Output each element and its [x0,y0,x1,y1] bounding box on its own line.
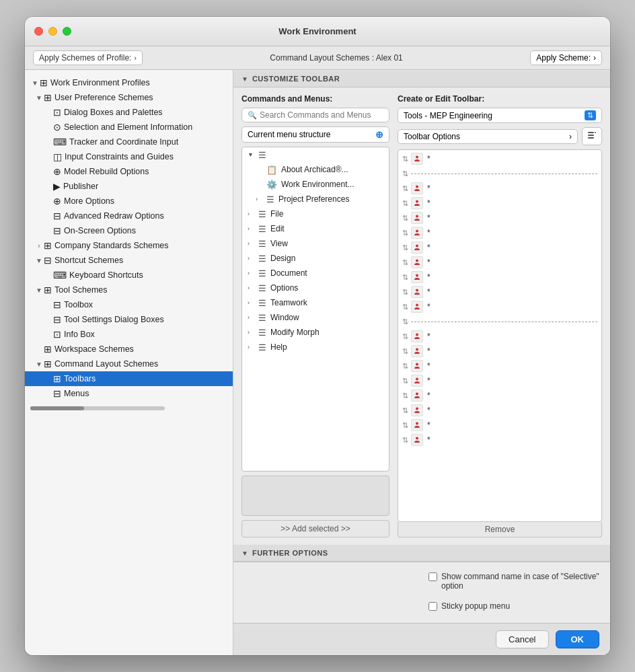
toolbar-item-15[interactable]: ⇅ * [398,373,601,388]
cmd-document[interactable]: › ☰ Document [242,266,389,281]
toolbar-name-dropdown[interactable]: Tools - MEP Engineering ⇅ [398,108,602,123]
drag-handle-icon[interactable]: ⇅ [402,288,408,297]
toolbar-item-13[interactable]: ⇅ * [398,344,601,359]
cmd-options[interactable]: › ☰ Options [242,281,389,295]
drag-handle-icon[interactable]: ⇅ [402,184,408,193]
sidebar-item-publisher[interactable]: ▶Publisher [25,179,233,194]
sidebar-item-icon: ⊟ [53,299,61,310]
sidebar-item-tool-schemes[interactable]: ▼⊞Tool Schemes [25,283,233,297]
cancel-button[interactable]: Cancel [496,630,548,648]
cmd-about[interactable]: 📋 About Archicad®... [242,162,389,177]
cmd-root[interactable]: ▼ ☰ [242,147,389,162]
maximize-button[interactable] [63,27,71,36]
sidebar-item-shortcut-schemes[interactable]: ▼⊟Shortcut Schemes [25,253,233,268]
remove-button[interactable]: Remove [398,522,602,537]
sidebar-item-user-pref-schemes[interactable]: ▼⊞User Preference Schemes [25,90,233,105]
toolbar-item-1[interactable]: ⇅ [398,166,601,181]
drag-handle-icon[interactable]: ⇅ [402,273,408,282]
edit-toolbar-button[interactable] [582,127,602,145]
toolbar-item-7[interactable]: ⇅ * [398,255,601,270]
sidebar-item-model-rebuild[interactable]: ⊕Model Rebuild Options [25,164,233,179]
toolbar-item-12[interactable]: ⇅ * [398,329,601,344]
drag-handle-icon[interactable]: ⇅ [402,406,408,415]
close-button[interactable] [34,27,43,36]
toolbar-options-dropdown[interactable]: Toolbar Options › [398,129,578,144]
cmd-design[interactable]: › ☰ Design [242,251,389,266]
sidebar-item-dialog-boxes[interactable]: ⊡Dialog Boxes and Palettes [25,105,233,120]
sidebar-item-keyboard-shortcuts[interactable]: ⌨Keyboard Shortcuts [25,268,233,283]
toolbar-item-18[interactable]: ⇅ * [398,418,601,433]
drag-handle-icon[interactable]: ⇅ [402,347,408,356]
sidebar-item-input-constraints[interactable]: ◫Input Constraints and Guides [25,149,233,164]
section-collapse-arrow[interactable]: ▼ [241,75,248,83]
drag-handle-icon[interactable]: ⇅ [402,214,408,223]
drag-handle-icon[interactable]: ⇅ [402,391,408,400]
cmd-options-expand: › [248,285,256,291]
sidebar-item-command-layout-schemes[interactable]: ▼⊞Command Layout Schemes [25,357,233,371]
toolbar-item-0[interactable]: ⇅ * [398,151,601,166]
drag-handle-icon[interactable]: ⇅ [402,436,408,445]
cmd-work-env[interactable]: ⚙️ Work Environment... [242,177,389,192]
toolbar-item-2[interactable]: ⇅ * [398,181,601,196]
drag-handle-icon[interactable]: ⇅ [402,258,408,267]
sidebar-item-company-standards[interactable]: ›⊞Company Standards Schemes [25,238,233,253]
sidebar-item-toolbars[interactable]: ⊞Toolbars [25,371,233,386]
cmd-modify-morph[interactable]: › ☰ Modify Morph [242,325,389,340]
toolbar-item-4[interactable]: ⇅ * [398,211,601,225]
sidebar-item-on-screen[interactable]: ⊟On-Screen Options [25,223,233,238]
toolbar-item-11[interactable]: ⇅ [398,314,601,329]
sidebar-item-workspace-schemes[interactable]: ⊞Workspace Schemes [25,342,233,357]
toolbar-item-9[interactable]: ⇅ * [398,285,601,299]
toolbar-item-17[interactable]: ⇅ * [398,403,601,418]
sidebar-item-more-options[interactable]: ⊕More Options [25,194,233,209]
sidebar-item-tool-settings[interactable]: ⊟Tool Settings Dialog Boxes [25,312,233,327]
drag-handle-icon[interactable]: ⇅ [402,318,408,326]
drag-handle-icon[interactable]: ⇅ [402,421,408,430]
drag-handle-icon[interactable]: ⇅ [402,244,408,252]
drag-handle-icon[interactable]: ⇅ [402,199,408,208]
toolbar-item-6[interactable]: ⇅ * [398,240,601,255]
toolbar-item-3[interactable]: ⇅ * [398,196,601,211]
menu-structure-dropdown[interactable]: Current menu structure ⊕ [241,126,389,143]
sidebar-item-tracker[interactable]: ⌨Tracker and Coordinate Input [25,135,233,149]
cmd-teamwork[interactable]: › ☰ Teamwork [242,295,389,310]
cmd-edit[interactable]: › ☰ Edit [242,221,389,236]
toolbar-item-10[interactable]: ⇅ * [398,299,601,314]
search-input[interactable] [260,110,383,120]
sticky-popup-checkbox[interactable] [428,602,437,611]
toolbar-item-19[interactable]: ⇅ * [398,433,601,447]
sidebar-item-selection-info[interactable]: ⊙Selection and Element Information [25,120,233,135]
tool-icon [411,241,423,254]
toolbar-item-14[interactable]: ⇅ * [398,359,601,373]
further-options-collapse-arrow[interactable]: ▼ [241,550,248,557]
drag-handle-icon[interactable]: ⇅ [402,170,408,178]
sidebar-item-toolbox[interactable]: ⊟Toolbox [25,297,233,312]
drag-handle-icon[interactable]: ⇅ [402,303,408,311]
toolbar-item-8[interactable]: ⇅ * [398,270,601,285]
tool-icon [411,212,423,224]
drag-handle-icon[interactable]: ⇅ [402,155,408,163]
sidebar-item-work-env-profiles[interactable]: ▼⊞Work Environment Profiles [25,75,233,90]
show-command-name-checkbox[interactable] [428,572,437,581]
svg-rect-1 [588,135,594,136]
drag-handle-icon[interactable]: ⇅ [402,332,408,341]
sidebar-item-icon: ⊞ [44,344,52,354]
sidebar-item-info-box[interactable]: ⊡Info Box [25,327,233,342]
minimize-button[interactable] [48,27,57,36]
add-selected-button[interactable]: >> Add selected >> [241,520,389,537]
cmd-window[interactable]: › ☰ Window [242,310,389,325]
cmd-project-pref[interactable]: › ☰ Project Preferences [242,192,389,207]
sidebar-item-advanced-redraw[interactable]: ⊟Advanced Redraw Options [25,209,233,223]
toolbar-item-5[interactable]: ⇅ * [398,225,601,240]
drag-handle-icon[interactable]: ⇅ [402,229,408,237]
ok-button[interactable]: OK [556,630,600,648]
apply-schemes-dropdown[interactable]: Apply Schemes of Profile: › [33,50,143,65]
toolbar-item-16[interactable]: ⇅ * [398,388,601,403]
cmd-view[interactable]: › ☰ View [242,236,389,251]
sidebar-item-menus[interactable]: ⊟Menus [25,386,233,401]
apply-scheme-button[interactable]: Apply Scheme: › [530,50,602,65]
cmd-help[interactable]: › ☰ Help [242,340,389,354]
drag-handle-icon[interactable]: ⇅ [402,377,408,385]
drag-handle-icon[interactable]: ⇅ [402,362,408,371]
cmd-file[interactable]: › ☰ File [242,207,389,221]
